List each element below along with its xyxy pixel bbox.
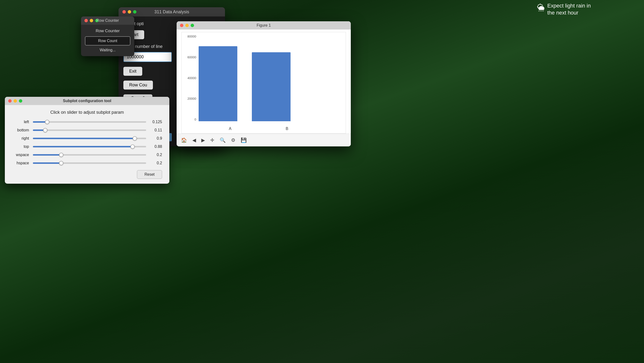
subplot-title: Subplot configuration tool: [63, 99, 111, 103]
pan-tool-button[interactable]: ✛: [208, 136, 216, 144]
slider-track-top[interactable]: [33, 146, 146, 148]
slider-track-hspace[interactable]: [33, 162, 146, 164]
exit-button[interactable]: Exit: [124, 67, 142, 76]
back-tool-button[interactable]: ◀: [190, 136, 198, 144]
row-count-button[interactable]: Row Count: [85, 36, 130, 46]
y-tick-20000: 20000: [188, 97, 196, 100]
slider-label-left: left: [12, 120, 29, 124]
y-tick-80000: 80000: [188, 34, 196, 38]
rowcount-button[interactable]: Row Cou: [124, 80, 153, 90]
notification-text: Expect light rain in the next hour: [547, 2, 591, 16]
zoom-tool-button[interactable]: 🔍: [218, 136, 228, 144]
slider-track-right[interactable]: [33, 138, 146, 139]
figure-titlebar: Figure 1: [176, 21, 351, 30]
home-tool-button[interactable]: 🏠: [179, 136, 189, 144]
rc-minimize-btn[interactable]: [90, 19, 93, 22]
chart-area: 80000 60000 40000 20000 0 A B: [182, 32, 346, 134]
bar-wrap-b: [252, 52, 290, 121]
reset-button[interactable]: Reset: [137, 170, 162, 179]
notification-widget: 🌦 Expect light rain in the next hour: [537, 2, 591, 16]
figure-body: 80000 60000 40000 20000 0 A B: [176, 30, 351, 134]
slider-track-bottom[interactable]: [33, 130, 146, 131]
fig-maximize-btn[interactable]: [191, 24, 194, 27]
subplot-titlebar: Subplot configuration tool: [5, 97, 169, 105]
data-analysis-titlebar: 311 Data Analysis: [118, 7, 225, 16]
figure-title: Figure 1: [257, 23, 271, 28]
slider-label-bottom: bottom: [12, 128, 29, 132]
slider-value-right: 0.9: [150, 136, 162, 140]
subplot-close-btn[interactable]: [8, 99, 12, 102]
y-tick-40000: 40000: [188, 76, 196, 80]
bar-label-a: A: [229, 126, 232, 131]
slider-label-right: right: [12, 136, 29, 140]
figure-toolbar: 🏠 ◀ ▶ ✛ 🔍 ⚙ 💾: [176, 134, 351, 146]
slider-row-wspace: wspace 0.2: [12, 153, 162, 157]
slider-row-left: left 0.125: [12, 120, 162, 124]
data-analysis-title: 311 Data Analysis: [154, 10, 189, 14]
bar-b: [252, 52, 290, 121]
slider-value-left: 0.125: [150, 120, 162, 124]
bar-a: [198, 46, 237, 121]
subplot-body: Click on slider to adjust subplot param …: [5, 105, 169, 184]
subplot-reset-row: Reset: [12, 170, 162, 179]
slider-value-top: 0.88: [150, 144, 162, 149]
subplot-maximize-btn[interactable]: [19, 99, 22, 102]
slider-row-hspace: hspace 0.2: [12, 161, 162, 165]
slider-label-top: top: [12, 144, 29, 149]
close-btn-red[interactable]: [122, 10, 126, 14]
row-counter-titlebar: Row Counter: [81, 16, 134, 25]
bar-label-b: B: [286, 126, 288, 131]
slider-track-left[interactable]: [33, 121, 146, 123]
slider-value-hspace: 0.2: [150, 161, 162, 165]
save-tool-button[interactable]: 💾: [239, 136, 249, 144]
fig-close-btn[interactable]: [180, 24, 184, 27]
rc-waiting: Waiting...: [85, 48, 130, 52]
row-counter-title: Row Counter: [96, 18, 119, 23]
slider-value-wspace: 0.2: [150, 153, 162, 157]
rc-close-btn[interactable]: [84, 19, 88, 22]
slider-row-right: right 0.9: [12, 136, 162, 140]
slider-track-wspace[interactable]: [33, 154, 146, 156]
maximize-btn-green[interactable]: [133, 10, 136, 14]
y-axis: 80000 60000 40000 20000 0: [182, 34, 198, 121]
row-counter-body: Row Counter Row Count Waiting...: [81, 25, 134, 56]
minimize-btn-yellow[interactable]: [128, 10, 131, 14]
y-tick-0: 0: [194, 118, 196, 121]
bar-wrap-a: [198, 46, 237, 121]
slider-label-hspace: hspace: [12, 161, 29, 165]
figure-window: Figure 1 80000 60000 40000 20000 0 A: [176, 21, 351, 146]
fig-minimize-btn[interactable]: [185, 24, 189, 27]
chart-bars: [198, 37, 336, 121]
settings-tool-button[interactable]: ⚙: [229, 136, 237, 144]
row-counter-window: Row Counter Row Counter Row Count Waitin…: [81, 16, 134, 56]
subplot-minimize-btn[interactable]: [14, 99, 17, 102]
slider-value-bottom: 0.11: [150, 128, 162, 132]
slider-row-bottom: bottom 0.11: [12, 128, 162, 132]
forward-tool-button[interactable]: ▶: [199, 136, 207, 144]
weather-icon: 🌦: [537, 4, 545, 12]
slider-row-top: top 0.88: [12, 144, 162, 149]
subplot-window: Subplot configuration tool Click on slid…: [5, 97, 169, 184]
subplot-instruction: Click on slider to adjust subplot param: [12, 110, 162, 115]
slider-label-wspace: wspace: [12, 153, 29, 157]
rc-label: Row Counter: [85, 28, 130, 34]
y-tick-60000: 60000: [188, 56, 196, 59]
